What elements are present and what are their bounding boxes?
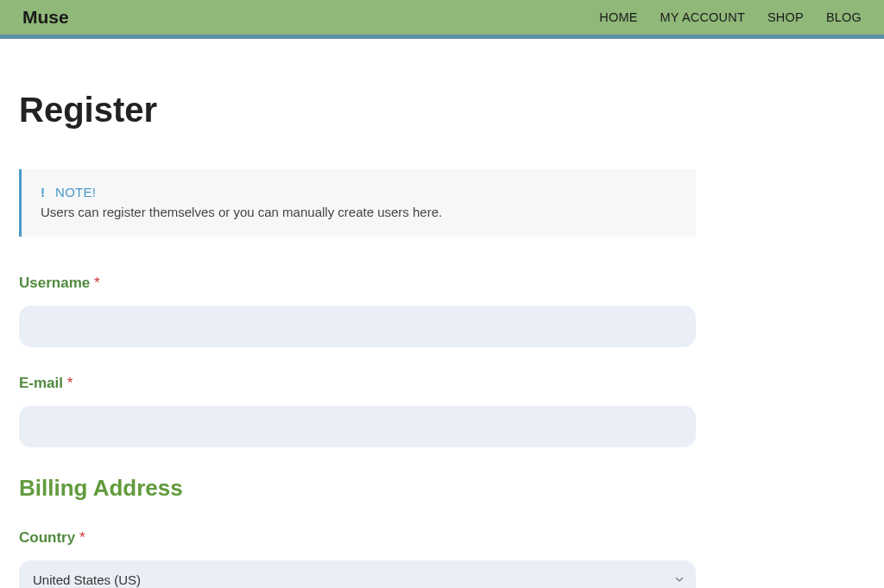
country-label: Country * <box>19 529 865 547</box>
note-title: NOTE! <box>55 185 96 199</box>
username-label-text: Username <box>19 275 94 291</box>
username-input[interactable] <box>19 306 696 347</box>
billing-section-title: Billing Address <box>19 475 865 502</box>
country-label-text: Country <box>19 529 79 546</box>
required-marker: * <box>94 275 100 291</box>
note-header: ! NOTE! <box>41 185 677 199</box>
main-container: Register ! NOTE! Users can register them… <box>0 39 884 588</box>
nav-home[interactable]: HOME <box>599 10 637 24</box>
country-select[interactable]: United States (US) <box>19 560 696 588</box>
note-text: Users can register themselves or you can… <box>41 205 677 219</box>
page-title: Register <box>19 91 865 130</box>
nav-my-account[interactable]: MY ACCOUNT <box>660 10 745 24</box>
nav-shop[interactable]: SHOP <box>767 10 804 24</box>
email-label: E-mail * <box>19 375 865 392</box>
main-nav: HOME MY ACCOUNT SHOP BLOG <box>599 10 862 24</box>
note-box: ! NOTE! Users can register themselves or… <box>19 169 696 237</box>
logo[interactable]: Muse <box>22 7 69 28</box>
email-input[interactable] <box>19 406 696 447</box>
username-label: Username * <box>19 275 865 292</box>
header: Muse HOME MY ACCOUNT SHOP BLOG <box>0 0 884 39</box>
required-marker: * <box>79 529 85 546</box>
alert-icon: ! <box>41 185 45 199</box>
nav-blog[interactable]: BLOG <box>826 10 862 24</box>
required-marker: * <box>67 375 73 391</box>
email-label-text: E-mail <box>19 375 67 391</box>
country-select-wrapper: United States (US) <box>19 560 696 588</box>
